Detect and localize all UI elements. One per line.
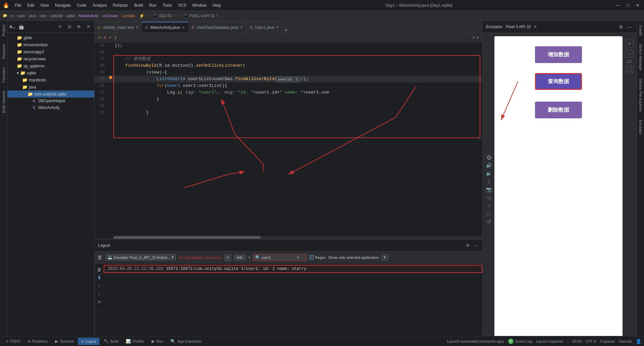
- logcat-level-select[interactable]: Info: [234, 254, 246, 261]
- zoom-in-icon[interactable]: +: [625, 40, 633, 48]
- search-clear-icon[interactable]: ✕: [297, 255, 300, 260]
- sidebar-item-gradle[interactable]: Gradle: [638, 21, 644, 40]
- device-button-add[interactable]: 增加数据: [535, 46, 582, 63]
- tree-item-java[interactable]: 📁 java: [7, 83, 94, 91]
- sidebar-item-favorites[interactable]: Favorites: [1, 63, 7, 86]
- sync-icon[interactable]: ↻: [56, 23, 64, 31]
- logcat-up-icon[interactable]: ↑: [98, 282, 101, 289]
- close-tab-xml[interactable]: ✕: [136, 25, 138, 29]
- breadcrumb-oncreate[interactable]: onCreate: [103, 14, 118, 18]
- vol-up-icon[interactable]: 🔊: [486, 163, 492, 168]
- layout-inspector-label[interactable]: Layout Inspector: [536, 339, 563, 343]
- refresh-icon[interactable]: ↺: [487, 219, 491, 224]
- tab-app-inspection[interactable]: 🔍 App Inspection: [167, 338, 205, 345]
- breadcrumb-rc[interactable]: rc: [10, 14, 13, 18]
- tab-mainactivity-java[interactable]: C MainActivity.java ✕: [142, 22, 188, 33]
- back-icon[interactable]: ◁: [487, 195, 491, 200]
- logcat-expand-icon[interactable]: ⋯: [96, 308, 102, 315]
- close-tab-user1[interactable]: ✕: [276, 25, 279, 29]
- tree-item-immersionbar[interactable]: 📁 immersionbar: [7, 41, 94, 48]
- tab-build[interactable]: 🔨 Build: [100, 338, 122, 345]
- menu-file[interactable]: File: [12, 2, 24, 9]
- close-sidebar-button[interactable]: ✕: [84, 23, 92, 31]
- nav-next-icon[interactable]: ∨: [476, 35, 479, 40]
- tree-item-mainactivity[interactable]: C MainActivity: [7, 104, 94, 111]
- menu-refactor[interactable]: Refactor: [110, 2, 131, 9]
- breadcrumb-java[interactable]: java: [29, 14, 36, 18]
- tab-run[interactable]: ▶ Run: [148, 338, 166, 345]
- tab-logcat[interactable]: ≡ Logcat: [78, 338, 100, 345]
- menu-tools[interactable]: Tools: [160, 2, 175, 9]
- logcat-only-selected-dropdown[interactable]: ▾: [381, 254, 388, 261]
- code-editor[interactable]: 45 }); 46 47 // 查询数据: [95, 42, 482, 239]
- recents-icon[interactable]: □: [487, 211, 490, 216]
- vol-down-icon[interactable]: 🔉: [486, 171, 492, 176]
- tab-profiler[interactable]: 📊 Profiler: [122, 338, 148, 345]
- menu-run[interactable]: Run: [147, 2, 159, 9]
- logcat-down2-icon[interactable]: ↓: [98, 290, 101, 297]
- close-emulator-tab-icon[interactable]: ✕: [534, 24, 537, 29]
- fit-screen-icon[interactable]: ⛶: [625, 65, 633, 73]
- tree-item-lessonapp3[interactable]: 📁 lessonapp3: [7, 48, 94, 55]
- sidebar-item-structure[interactable]: Structure: [1, 40, 7, 63]
- tab-terminal[interactable]: ▶ Terminal: [52, 338, 77, 345]
- regex-checkbox[interactable]: [309, 255, 314, 260]
- home-icon[interactable]: ○: [487, 203, 490, 208]
- device-screen[interactable]: 增加数据 查询数据 删除数据: [494, 36, 623, 343]
- menu-vcs[interactable]: VCS: [175, 2, 189, 9]
- breakpoint-icon[interactable]: [109, 76, 112, 79]
- tab-problems[interactable]: ● Problems: [25, 338, 51, 345]
- menu-analyze[interactable]: Analyze: [90, 2, 110, 9]
- menu-help[interactable]: Help: [210, 2, 224, 9]
- close-button[interactable]: ✕: [634, 2, 641, 8]
- tree-item-glide[interactable]: 📁 glide: [7, 34, 94, 41]
- sidebar-item-device-file-explorer[interactable]: Device File Explorer: [638, 75, 644, 116]
- logcat-process-dropdown[interactable]: ▾: [224, 254, 231, 261]
- event-log-label[interactable]: Event Log: [516, 339, 532, 343]
- collapse-icon[interactable]: ⊟: [65, 23, 73, 31]
- menu-view[interactable]: View: [38, 2, 52, 9]
- emulator-settings-icon[interactable]: ⚙: [618, 23, 625, 30]
- breadcrumb-sqlite[interactable]: sqlite: [66, 14, 75, 18]
- menu-edit[interactable]: Edit: [24, 2, 37, 9]
- logcat-filter-icon[interactable]: ≡: [97, 298, 101, 305]
- logcat-settings-icon[interactable]: ⚙: [465, 242, 471, 248]
- maximize-button[interactable]: □: [625, 2, 631, 8]
- sidebar-item-build-variants[interactable]: Build Variants: [1, 86, 7, 117]
- settings-icon[interactable]: ⚙: [75, 23, 83, 31]
- tree-item-manifests[interactable]: 📁 manifests: [7, 76, 94, 83]
- horizontal-scrollbar[interactable]: [113, 236, 482, 239]
- menu-code[interactable]: Code: [74, 2, 89, 9]
- breadcrumb-lambda[interactable]: Lambda: [121, 14, 135, 18]
- more-tabs-button[interactable]: ▾: [282, 28, 290, 33]
- menu-navigate[interactable]: Navigate: [52, 2, 73, 9]
- breadcrumb-pixel5[interactable]: PIXEL 5 API 32: [190, 14, 215, 18]
- logcat-search-field[interactable]: 🔍 ✕: [253, 254, 307, 261]
- logcat-minimize-icon[interactable]: —: [472, 242, 479, 248]
- breadcrumb-com[interactable]: com: [40, 14, 47, 18]
- logcat-log-content[interactable]: 2022-04-29 21:12:30.128 10971-10971/com.…: [104, 264, 482, 346]
- close-tab-userdao[interactable]: ✕: [240, 25, 243, 29]
- logcat-search-input[interactable]: [262, 255, 295, 260]
- breadcrumb-main[interactable]: main: [17, 14, 25, 18]
- tree-item-recyclerview[interactable]: 📁 recyclerview: [7, 55, 94, 62]
- breadcrumb-unity3d[interactable]: unity3d: [51, 14, 62, 18]
- tab-userdaodatabase-java[interactable]: C UserDaoDatabase.java ✕: [189, 22, 247, 33]
- emulator-collapse-icon[interactable]: —: [626, 23, 633, 30]
- logcat-clear-icon[interactable]: 🗑: [97, 254, 103, 261]
- tree-item-dbopenhelper[interactable]: C DBOpenHelper: [7, 98, 94, 104]
- tab-todo[interactable]: ≡ TODO: [3, 338, 24, 345]
- logcat-entry[interactable]: 2022-04-29 21:12:30.128 10971-10971/com.…: [104, 265, 482, 273]
- logcat-trash-icon[interactable]: 🗑: [96, 266, 102, 273]
- logcat-device-select[interactable]: 💻 Emulator Pixel_5_API_32 Androi... ▾: [105, 254, 176, 261]
- tab-activity-main-xml[interactable]: ▷ activity_main.xml ✕: [95, 22, 142, 33]
- event-log-section[interactable]: 6 Event Log: [508, 339, 532, 344]
- minimize-button[interactable]: —: [614, 2, 622, 8]
- tree-item-com-unity3d-sqlite[interactable]: 📁 com.unity3d.sqlite: [7, 91, 94, 98]
- android-icon[interactable]: 🤖: [18, 24, 24, 30]
- snapshot-icon[interactable]: 📷: [486, 187, 492, 192]
- sidebar-item-emulator[interactable]: Emulator: [638, 116, 644, 139]
- close-tab-main[interactable]: ✕: [182, 26, 185, 30]
- device-button-delete[interactable]: 删除数据: [535, 102, 582, 118]
- sidebar-item-project[interactable]: Project: [1, 21, 7, 40]
